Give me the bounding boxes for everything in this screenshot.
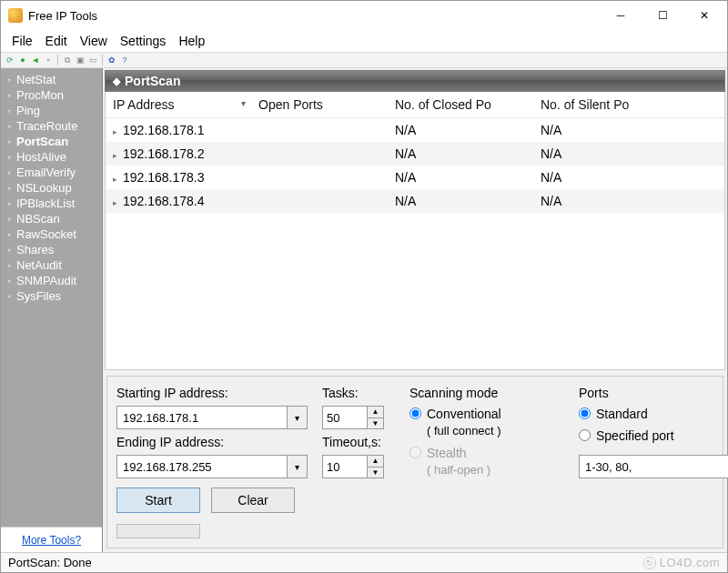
sidebar-item-nslookup[interactable]: ▫NSLookup	[3, 180, 100, 196]
mode-conventional-text: Conventional	[427, 407, 501, 421]
grid-body: 192.168.178.1N/AN/A192.168.178.2N/AN/A19…	[106, 118, 724, 213]
tool-icon: ▫	[5, 91, 14, 100]
play-icon[interactable]: ●	[17, 55, 28, 65]
watermark-icon: ↻	[643, 557, 656, 569]
ports-standard-radio[interactable]: Standard	[579, 406, 713, 422]
mode-conventional-input[interactable]	[410, 407, 421, 419]
address-group: Starting IP address: ▾ Ending IP address…	[116, 386, 308, 538]
tool-icon: ▫	[5, 106, 14, 116]
scanning-mode-group: Scanning mode Conventional ( full connec…	[410, 386, 564, 538]
sidebar-item-netstat[interactable]: ▫NetStat	[3, 72, 100, 87]
tool-icon: ▫	[5, 153, 14, 162]
tool-icon: ▫	[5, 168, 14, 177]
table-row[interactable]: 192.168.178.4N/AN/A	[106, 189, 724, 213]
timeout-spin-down[interactable]: ▼	[368, 467, 384, 479]
ports-standard-input[interactable]	[579, 407, 591, 419]
end-ip-dropdown-button[interactable]: ▾	[288, 455, 308, 478]
sidebar-item-label: TraceRoute	[16, 118, 77, 134]
back-icon[interactable]: ◄	[30, 55, 41, 65]
ports-specified-input[interactable]	[579, 429, 591, 441]
sidebar-item-ipblacklist[interactable]: ▫IPBlackList	[3, 196, 100, 211]
sidebar-item-label: NSLookup	[16, 180, 72, 196]
timeout-input[interactable]	[322, 455, 368, 478]
maximize-button[interactable]: ☐	[642, 2, 683, 29]
col-ip-address[interactable]: IP Address	[106, 92, 251, 117]
panel-title: PortScan	[125, 74, 180, 88]
tasks-spin-down[interactable]: ▼	[368, 417, 384, 430]
menu-view[interactable]: View	[75, 32, 113, 50]
cell-silent: N/A	[533, 194, 661, 208]
copy-icon[interactable]: ⧉	[62, 55, 73, 65]
col-closed-ports[interactable]: No. of Closed Po	[388, 92, 533, 117]
paste-icon[interactable]: ▣	[75, 55, 86, 65]
sidebar-item-traceroute[interactable]: ▫TraceRoute	[3, 118, 100, 134]
app-window: Free IP Tools ─ ☐ ✕ File Edit View Setti…	[0, 0, 728, 573]
scanning-mode-label: Scanning mode	[410, 386, 564, 400]
sidebar-list: ▫NetStat▫ProcMon▫Ping▫TraceRoute▫PortSca…	[1, 68, 102, 527]
sidebar-item-emailverify[interactable]: ▫EmailVerify	[3, 165, 100, 180]
cell-closed: N/A	[388, 194, 533, 208]
sidebar-item-label: RawSocket	[16, 226, 76, 242]
sidebar-item-procmon[interactable]: ▫ProcMon	[3, 87, 100, 103]
tool-icon: ▫	[5, 246, 14, 255]
end-ip-input[interactable]	[116, 455, 288, 478]
end-ip-label: Ending IP address:	[116, 435, 308, 449]
sidebar-item-netaudit[interactable]: ▫NetAudit	[3, 257, 100, 273]
minimize-button[interactable]: ─	[600, 2, 642, 29]
timeout-spin-up[interactable]: ▲	[368, 455, 384, 467]
ports-specified-radio[interactable]: Specified port	[579, 427, 713, 444]
sidebar-item-sysfiles[interactable]: ▫SysFiles	[3, 288, 100, 304]
menu-file[interactable]: File	[6, 32, 38, 50]
tool-icon: ▫	[5, 75, 14, 85]
sidebar-footer: More Tools?	[1, 527, 102, 552]
tasks-spin-up[interactable]: ▲	[368, 406, 384, 417]
table-row[interactable]: 192.168.178.3N/AN/A	[106, 166, 724, 189]
save-icon[interactable]: ▫	[43, 55, 54, 65]
mode-conventional-sub: ( full connect )	[427, 424, 501, 437]
sidebar-item-rawsocket[interactable]: ▫RawSocket	[3, 226, 100, 242]
cell-ip: 192.168.178.4	[106, 194, 251, 208]
ports-label: Ports	[579, 386, 713, 400]
clear-button[interactable]: Clear	[211, 488, 295, 513]
tool-icon: ▫	[5, 122, 14, 131]
clear-icon[interactable]: ▭	[87, 55, 98, 65]
sidebar-item-label: SysFiles	[16, 288, 61, 304]
col-silent-ports[interactable]: No. of Silent Po	[533, 92, 661, 117]
titlebar: Free IP Tools ─ ☐ ✕	[1, 1, 727, 30]
start-button[interactable]: Start	[116, 488, 200, 513]
col-open-ports[interactable]: Open Ports	[251, 92, 388, 117]
sidebar-item-label: NetAudit	[16, 257, 62, 273]
help-icon[interactable]: ?	[119, 55, 130, 65]
cell-silent: N/A	[533, 123, 661, 137]
sidebar-item-ping[interactable]: ▫Ping	[3, 103, 100, 118]
table-row[interactable]: 192.168.178.2N/AN/A	[106, 142, 724, 166]
menu-settings[interactable]: Settings	[115, 32, 172, 50]
sidebar-item-label: IPBlackList	[16, 196, 75, 211]
status-text: PortScan: Done	[8, 556, 92, 569]
menu-help[interactable]: Help	[173, 32, 210, 50]
sidebar-item-nbscan[interactable]: ▫NBScan	[3, 211, 100, 226]
mode-conventional-radio[interactable]: Conventional ( full connect )	[410, 406, 564, 439]
ports-spec-input[interactable]	[579, 455, 728, 478]
cell-ip: 192.168.178.3	[106, 170, 251, 185]
tasks-input[interactable]	[322, 406, 368, 429]
table-row[interactable]: 192.168.178.1N/AN/A	[106, 118, 724, 142]
sidebar-item-hostalive[interactable]: ▫HostAlive	[3, 149, 100, 165]
start-ip-dropdown-button[interactable]: ▾	[288, 406, 308, 429]
more-tools-link[interactable]: More Tools?	[22, 534, 81, 547]
cell-closed: N/A	[388, 123, 533, 137]
tool-icon: ▫	[5, 199, 14, 208]
tool-icon: ▫	[5, 230, 14, 239]
start-ip-input[interactable]	[116, 406, 288, 429]
start-ip-label: Starting IP address:	[116, 386, 308, 400]
menu-edit[interactable]: Edit	[40, 32, 73, 50]
sidebar-item-shares[interactable]: ▫Shares	[3, 242, 100, 257]
body: ▫NetStat▫ProcMon▫Ping▫TraceRoute▫PortSca…	[1, 68, 727, 552]
sidebar-item-snmpaudit[interactable]: ▫SNMPAudit	[3, 273, 100, 288]
watermark-text: LO4D.com	[660, 556, 720, 569]
mode-stealth-sub: ( half-open )	[427, 463, 490, 477]
settings-icon[interactable]: ✿	[106, 55, 117, 65]
close-button[interactable]: ✕	[683, 2, 725, 29]
refresh-icon[interactable]: ⟳	[5, 55, 15, 65]
sidebar-item-portscan[interactable]: ▫PortScan	[3, 134, 100, 149]
